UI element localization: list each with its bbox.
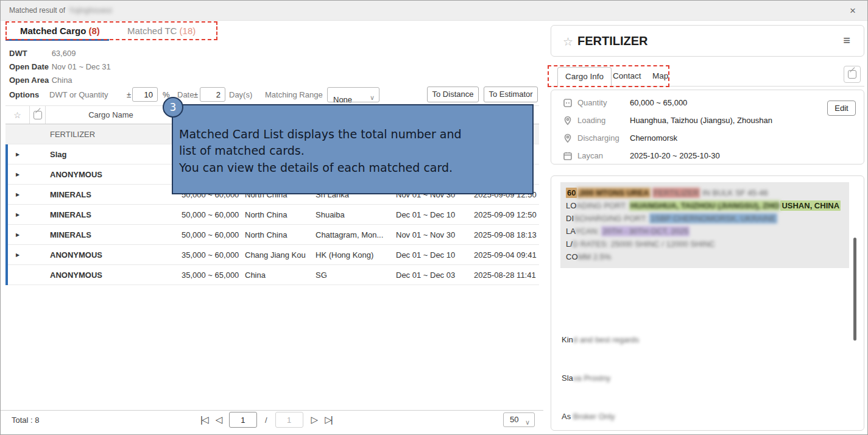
close-icon[interactable]: ×	[845, 4, 860, 18]
plusminus-symbol: ±	[127, 90, 131, 99]
visible-text: CO	[566, 252, 578, 261]
loading-cell: China	[240, 271, 311, 280]
footer-divider	[1, 410, 543, 411]
laycan-cell: Dec 01 ~ Dec 10	[391, 210, 469, 219]
table-row-anonymous[interactable]: ANONYMOUS 35,000 ~ 65,000 China SG Dec 0…	[5, 265, 539, 285]
tab-matched-tc-label: Matched TC	[127, 26, 177, 36]
days-label: Day(s)	[229, 90, 252, 99]
options-label: Options	[9, 90, 39, 99]
tab-cargo-info[interactable]: Cargo Info	[557, 67, 612, 87]
page-count-display	[275, 412, 303, 428]
date-tolerance-input[interactable]	[200, 87, 225, 102]
summary-dwt-value: 63,609	[52, 49, 76, 58]
visible-text: Sla	[562, 373, 573, 383]
laycan-cell: Nov 01 ~ Nov 30	[391, 230, 469, 239]
email-line: Slava Prostny	[562, 372, 730, 384]
email-line: LAYCAN: 20TH - 30TH OCT, 2025	[566, 225, 844, 238]
summary-open-date-label: Open Date	[9, 62, 49, 71]
email-line: L/D RATES: 25000 SHINC / 12000 SHINC	[566, 238, 844, 250]
summary-open-date-value: Nov 01 ~ Dec 31	[52, 62, 111, 71]
first-page-icon[interactable]: |◁	[200, 414, 207, 425]
quantity-cell: 35,000 ~ 65,000	[177, 271, 240, 280]
redacted-text: FERTILIZER	[652, 188, 700, 198]
discharging-cell: SG	[311, 271, 391, 280]
tab-matched-tc[interactable]: Matched TC (18)	[127, 26, 196, 36]
tab-map[interactable]: Map	[645, 67, 676, 85]
discharging-cell: HK (Hong Kong)	[311, 250, 391, 260]
redacted-text: ,000 MTONS UREA	[577, 188, 650, 198]
quantity-value: 60,000 ~ 65,000	[630, 98, 687, 107]
redacted-text: 20TH - 30TH OCT, 2025	[601, 226, 690, 236]
expand-row-icon[interactable]: ▶	[5, 232, 30, 238]
menu-icon[interactable]: ≡	[843, 34, 850, 48]
redacted-text: YCAN:	[575, 227, 601, 236]
email-line: COMM 2.5%	[566, 250, 844, 263]
updated-cell: 2025-09-04 09:41	[469, 250, 539, 260]
email-signature: Kind and best regards Slava Prostny As B…	[562, 308, 730, 435]
to-distance-button[interactable]: To Distance	[427, 87, 479, 102]
visible-text: DI	[566, 214, 574, 223]
visible-text: LA	[566, 227, 575, 236]
matching-range-select[interactable]: None ∨	[327, 87, 379, 102]
favorite-star-icon[interactable]: ☆	[563, 35, 573, 49]
redacted-text: D RATES: 25000 SHINC / 12000 SHINC	[573, 239, 715, 249]
window-title-redacted: Yujinghouwui	[69, 6, 112, 15]
to-estimator-button[interactable]: To Estimator	[484, 87, 538, 102]
expand-row-icon[interactable]: ▶	[5, 212, 30, 217]
loading-cell: North China	[240, 230, 311, 239]
email-content-card: 60,000 MTONS UREA FERTILIZER IN BULK SF …	[551, 175, 864, 431]
summary-open-area-label: Open Area	[9, 76, 49, 85]
edit-button[interactable]: Edit	[827, 101, 856, 116]
laycan-value: 2025-10-20 ~ 2025-10-30	[630, 151, 720, 160]
updated-cell: 2025-08-28 11:41	[469, 271, 539, 280]
visible-text: As	[562, 412, 573, 421]
updated-cell: 2025-09-08 18:13	[469, 230, 539, 239]
expand-row-icon[interactable]: ▶	[5, 252, 30, 258]
expand-row-icon[interactable]: ▶	[5, 192, 30, 197]
tab-contact[interactable]: Contact	[605, 67, 649, 85]
expand-row-icon[interactable]: ▶	[5, 172, 30, 177]
location-pin-icon	[563, 116, 573, 126]
tab-matched-cargo[interactable]: Matched Cargo (8)	[20, 26, 100, 36]
scrollbar-thumb[interactable]	[853, 238, 856, 341]
redacted-text: HUANGHUA, TAIZHOU (JIANGSU), ZHO	[629, 200, 781, 211]
cargo-name-cell: ANONYMOUS	[46, 271, 177, 280]
favorite-column-header[interactable]: ☆	[5, 106, 30, 124]
redacted-text: MM 2.5%	[578, 252, 612, 261]
email-line: DISCHARGING PORT: 1SBP CHERNOMORSK, UKRA…	[566, 212, 844, 225]
table-row-minerals[interactable]: ▶ MINERALS 50,000 ~ 60,000 North China S…	[5, 205, 539, 225]
page-size-select[interactable]: 50 ∨	[503, 412, 535, 427]
loading-value: Huanghua, Taizhou (Jiangsu), Zhoushan	[630, 116, 772, 125]
email-highlight-box: 60,000 MTONS UREA FERTILIZER IN BULK SF …	[560, 182, 849, 268]
quantity-label: Quantity	[577, 98, 607, 107]
loading-cell: North China	[240, 210, 311, 219]
last-page-icon[interactable]: ▷|	[325, 414, 331, 425]
summary-open-area-value: China	[52, 76, 72, 85]
table-row-minerals[interactable]: ▶ MINERALS 50,000 ~ 60,000 North China C…	[5, 225, 539, 245]
quantity-cell: 50,000 ~ 60,000	[177, 210, 240, 219]
next-page-icon[interactable]: ▷	[311, 414, 317, 425]
field-quantity: Quantity 60,000 ~ 65,000 Edit	[551, 97, 864, 114]
summary-dwt-label: DWT	[9, 49, 49, 58]
tab-matched-tc-count: (18)	[180, 26, 196, 36]
prev-page-icon[interactable]: ◁	[215, 414, 221, 425]
cargo-title: FERTILIZER	[577, 34, 648, 48]
cargo-name-cell: MINERALS	[46, 210, 177, 219]
updated-cell: 2025-09-09 12:50	[469, 210, 539, 219]
page-slash: /	[265, 416, 267, 425]
pagination-controls: |◁ ◁ / ▷ ▷|	[200, 412, 332, 428]
expand-row-icon[interactable]: ▶	[5, 152, 30, 157]
quantity-tolerance-input[interactable]	[132, 87, 158, 102]
table-row-anonymous[interactable]: ▶ ANONYMOUS 35,000 ~ 60,000 Chang Jiang …	[5, 245, 539, 265]
page-size-value: 50	[510, 415, 518, 424]
callout-line: You can view the details of each matched…	[179, 161, 453, 174]
cargo-detail-header-card: ☆ FERTILIZER ≡	[551, 25, 864, 57]
cargo-name-column-header[interactable]: Cargo Name	[46, 106, 177, 124]
memo-edit-button[interactable]	[844, 66, 861, 83]
page-number-input[interactable]	[229, 412, 257, 428]
location-pin-icon	[563, 133, 573, 143]
chevron-down-icon: ∨	[525, 416, 530, 429]
email-line: LOADING PORT: HUANGHUA, TAIZHOU (JIANGSU…	[566, 199, 844, 212]
memo-column-header[interactable]	[30, 106, 46, 124]
memo-icon	[34, 111, 42, 119]
